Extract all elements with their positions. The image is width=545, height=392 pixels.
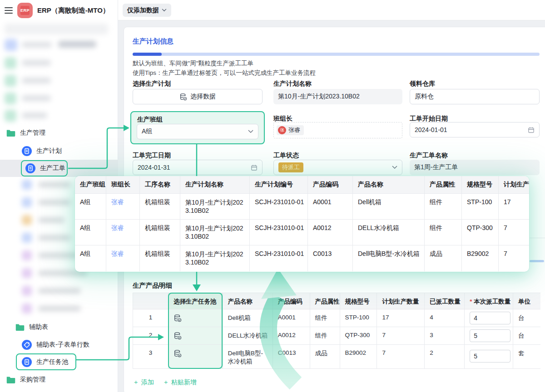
spec-cell: B29002	[340, 345, 377, 369]
sidebar-item-aux-group[interactable]: 辅助表	[15, 320, 48, 334]
current-qty-input[interactable]	[470, 329, 510, 342]
column-header: 计划生产数	[499, 176, 529, 194]
product-name-cell: DELL水冷机箱	[353, 220, 425, 245]
spec-cell: QTP-300	[340, 327, 377, 345]
product-name-cell: DELL水冷机箱	[223, 327, 273, 345]
sidebar-item-purchase-group[interactable]: 采购管理	[6, 373, 45, 387]
overlay-table-row: A组 张睿 机箱组装 第10月-生产计划2023.10B02 SCJH-2310…	[75, 194, 529, 220]
dispatched-qty-cell: 2	[425, 345, 465, 369]
sidebar-item-task-pool[interactable]: 生产任务池	[22, 355, 68, 369]
database-check-icon	[173, 332, 182, 340]
add-row-button[interactable]: ＋添加	[133, 378, 154, 387]
end-date-value: 2024-01-31	[138, 164, 170, 171]
select-task-pool-button[interactable]	[168, 345, 223, 369]
plan-qty-cell: 17	[377, 309, 425, 327]
order-name-value: 第1周-生产工单	[410, 160, 540, 175]
product-code-cell: C0013	[273, 345, 310, 369]
blurred-menu-icon	[22, 250, 32, 260]
blurred-menu-icon	[5, 57, 16, 69]
required-asterisk: *	[470, 298, 472, 305]
blurred-text	[22, 78, 51, 83]
database-check-icon	[179, 93, 187, 101]
overlay-table-header: 生产班组 班组长 工序名称 生产计划名称 生产计划编号 产品编码 产品名称 产品…	[75, 176, 529, 194]
product-attr-cell: 组件	[310, 327, 340, 345]
folder-icon	[15, 323, 25, 331]
spec-cell: STP-100	[462, 194, 499, 220]
current-qty-input[interactable]	[470, 350, 510, 363]
leader-field[interactable]: 张 张睿	[273, 122, 402, 138]
column-header: 已派工数量	[425, 293, 465, 309]
blurred-text	[22, 113, 47, 118]
status-select[interactable]: 待派工	[273, 160, 402, 175]
blurred-menu-icon	[5, 110, 16, 122]
detail-table-row: 3 Dell电脑B型-水冷机箱 C0013 成品 B29002 7 2 套	[133, 345, 540, 369]
product-code-cell: C0013	[308, 245, 353, 271]
product-name-cell: Dell机箱	[223, 309, 273, 327]
sidebar-item-label: 辅助表	[29, 323, 48, 331]
spec-cell: STP-100	[340, 309, 377, 327]
status-label: 工单状态	[273, 152, 299, 160]
plan-name-cell: 第10月-生产计划2023.10B02	[180, 245, 250, 271]
blurred-menu-icon	[5, 75, 16, 87]
column-header: 产品编码	[273, 293, 310, 309]
start-date-input[interactable]: 2024-01-01	[410, 122, 540, 137]
team-select-value: A组	[142, 127, 152, 136]
section-progress-fill	[133, 53, 162, 56]
select-task-pool-button[interactable]	[168, 327, 223, 345]
mode-dropdown[interactable]: 仅添加数据	[123, 4, 171, 17]
unit-cell: 台	[513, 309, 540, 327]
leader-link[interactable]: 张睿	[106, 194, 140, 220]
plan-code-cell: SCJH-231010-01	[250, 245, 308, 271]
product-attr-cell: 组件	[425, 220, 462, 245]
blurred-text	[22, 60, 51, 66]
column-header: 单位	[513, 293, 540, 309]
plan-qty-cell: 7	[377, 327, 425, 345]
select-data-button[interactable]: 选择数据	[133, 89, 263, 104]
blurred-menu-icon	[22, 215, 32, 225]
process-cell: 机箱组装	[140, 220, 180, 245]
dispatched-qty-cell: 3	[425, 327, 465, 345]
leader-link[interactable]: 张睿	[106, 245, 140, 271]
row-number: 2	[133, 327, 168, 345]
form-description-line2: 使用Tips：生产工单通过标签页，可以一站式完成生产工单业务流程	[133, 69, 316, 77]
current-qty-cell	[465, 309, 513, 327]
blurred-text	[22, 95, 51, 101]
leader-link[interactable]: 张睿	[106, 220, 140, 245]
detail-table-row: 2 DELL水冷机箱 A0012 组件 QTP-300 7 3 台	[133, 327, 540, 345]
plan-code-cell: SCJH-231010-01	[250, 220, 308, 245]
blurred-menu-icon	[22, 286, 32, 296]
row-number: 1	[133, 309, 168, 327]
sidebar-item-aux-row-count[interactable]: 辅助表-子表单行数	[22, 338, 89, 352]
task-pool-column-header: 选择生产任务池	[168, 293, 223, 309]
plan-qty-cell: 7	[499, 220, 529, 245]
leader-avatar: 张	[278, 126, 286, 134]
current-qty-input[interactable]	[470, 312, 510, 324]
blurred-text	[38, 200, 71, 205]
column-header: 生产班组	[75, 176, 106, 194]
document-icon	[22, 146, 32, 156]
column-header: 生产计划编号	[250, 176, 308, 194]
team-select[interactable]: A组	[137, 124, 258, 139]
detail-table-header: 选择生产任务池 产品名称 产品编码 产品属性 规格型号 计划生产数量 已派工数量…	[133, 293, 540, 309]
column-header: 产品属性	[310, 293, 340, 309]
select-task-pool-button[interactable]	[168, 309, 223, 327]
tab-production-plan-info[interactable]: 生产计划信息	[133, 37, 173, 46]
topbar: 仅添加数据	[118, 0, 545, 20]
document-icon	[22, 357, 32, 367]
status-badge: 待派工	[278, 162, 303, 172]
warehouse-input[interactable]: 原料仓	[410, 89, 540, 104]
end-date-input[interactable]: 2024-01-31	[133, 160, 263, 175]
sidebar-item-production-plan[interactable]: 生产计划	[22, 144, 62, 158]
sidebar-item-production-group[interactable]: 生产管理	[6, 126, 45, 140]
sidebar-item-production-order[interactable]: 生产工单	[25, 162, 65, 175]
warehouse-label: 领料仓库	[410, 80, 435, 88]
hamburger-menu-icon[interactable]	[5, 7, 13, 14]
process-cell: 机箱组装	[140, 194, 180, 220]
paste-add-button[interactable]: ＋粘贴新增	[163, 378, 197, 387]
blurred-menu-icon	[22, 233, 32, 243]
team-highlight-box: 生产班组 A组	[130, 111, 265, 144]
product-name-cell: Dell电脑B型-水冷机箱	[223, 345, 273, 369]
blurred-text	[38, 306, 81, 311]
plan-name-cell: 第10月-生产计划2023.10B02	[180, 220, 250, 245]
detail-table-row: 1 Dell机箱 A0001 组件 STP-100 17 4 台	[133, 309, 540, 327]
